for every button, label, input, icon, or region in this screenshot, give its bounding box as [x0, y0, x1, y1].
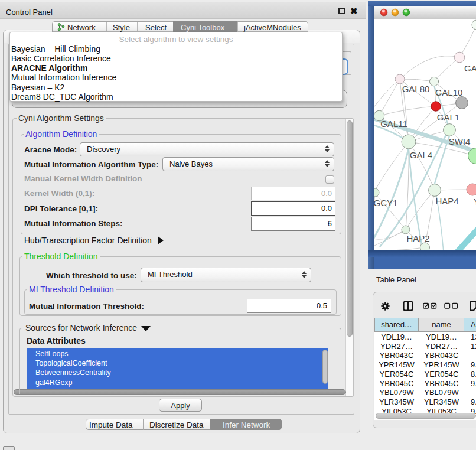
svg-text:GAL80: GAL80	[402, 84, 430, 94]
svg-text:GAL11: GAL11	[380, 119, 407, 129]
svg-text:Y: Y	[474, 197, 476, 207]
svg-text:HAP4: HAP4	[435, 196, 458, 206]
svg-text:GAL10: GAL10	[435, 87, 463, 97]
svg-text:HAP2: HAP2	[406, 233, 429, 243]
svg-text:SWI4: SWI4	[449, 136, 471, 146]
svg-text:GAL7: GAL7	[464, 63, 476, 73]
svg-text:GCY1: GCY1	[374, 198, 397, 208]
svg-text:GAL1: GAL1	[437, 112, 459, 122]
svg-text:GAL4: GAL4	[410, 150, 432, 160]
